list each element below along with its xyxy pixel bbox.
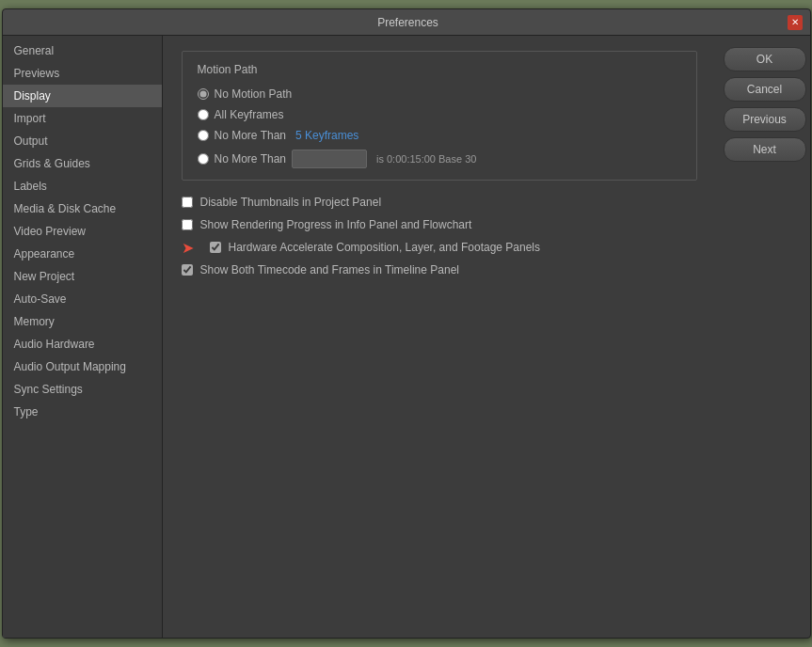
content-area: GeneralPreviewsDisplayImportOutputGrids … <box>3 36 810 638</box>
checkbox-row-disable-thumbnails: Disable Thumbnails in Project Panel <box>182 196 697 209</box>
sidebar-item-display[interactable]: Display <box>3 85 162 107</box>
sidebar-item-grids-guides[interactable]: Grids & Guides <box>3 152 162 175</box>
time-is-label: is 0:00:15:00 Base 30 <box>376 153 476 165</box>
sidebar-item-audio-hardware[interactable]: Audio Hardware <box>3 333 162 355</box>
next-button[interactable]: Next <box>724 137 806 162</box>
sidebar-item-previews[interactable]: Previews <box>3 62 162 85</box>
sidebar-item-type[interactable]: Type <box>3 401 162 423</box>
sidebar-item-labels[interactable]: Labels <box>3 175 162 197</box>
radio-no-more-than-time[interactable] <box>198 153 209 165</box>
radio-no-more-than-keyframes[interactable] <box>198 130 209 141</box>
radio-row-no-more-than-time: No More Than 0:00:15:00 is 0:00:15:00 Ba… <box>198 150 681 168</box>
radio-all-keyframes[interactable] <box>198 109 209 120</box>
label-no-more-than-kf: No More Than <box>215 129 286 142</box>
checkbox-show-timecode[interactable] <box>182 264 193 276</box>
title-bar: Preferences ✕ <box>3 9 810 36</box>
previous-button[interactable]: Previous <box>724 107 806 132</box>
label-disable-thumbnails: Disable Thumbnails in Project Panel <box>200 196 382 209</box>
label-show-rendering-progress: Show Rendering Progress in Info Panel an… <box>200 218 472 231</box>
label-show-timecode: Show Both Timecode and Frames in Timelin… <box>200 263 459 276</box>
radio-row-no-motion-path: No Motion Path <box>198 87 681 101</box>
label-all-keyframes: All Keyframes <box>215 108 284 121</box>
checkbox-show-rendering-progress[interactable] <box>182 219 193 230</box>
sidebar-item-media-disk-cache[interactable]: Media & Disk Cache <box>3 197 162 220</box>
label-no-more-than-time: No More Than <box>215 152 286 166</box>
radio-row-no-more-than-keyframes: No More Than 5 Keyframes <box>198 129 681 142</box>
motion-path-section: Motion Path No Motion Path All Keyframes… <box>182 51 697 181</box>
radio-no-motion-path[interactable] <box>198 88 209 100</box>
keyframes-value: 5 Keyframes <box>295 129 358 142</box>
arrow-indicator: ➤ <box>182 239 194 257</box>
checkbox-row-hardware-accelerate: ➤Hardware Accelerate Composition, Layer,… <box>210 241 697 254</box>
sidebar-item-memory[interactable]: Memory <box>3 310 162 333</box>
dialog-title: Preferences <box>29 16 788 29</box>
checkbox-row-show-rendering-progress: Show Rendering Progress in Info Panel an… <box>182 218 697 231</box>
sidebar-item-new-project[interactable]: New Project <box>3 265 162 288</box>
sidebar-item-import[interactable]: Import <box>3 107 162 130</box>
label-hardware-accelerate: Hardware Accelerate Composition, Layer, … <box>229 241 541 254</box>
checkbox-row-show-timecode: Show Both Timecode and Frames in Timelin… <box>182 263 697 276</box>
preferences-dialog: Preferences ✕ GeneralPreviewsDisplayImpo… <box>2 8 811 639</box>
cancel-button[interactable]: Cancel <box>724 77 806 102</box>
section-title: Motion Path <box>198 63 681 76</box>
right-panel: OK Cancel Previous Next <box>716 36 810 638</box>
radio-row-all-keyframes: All Keyframes <box>198 108 681 121</box>
checkbox-hardware-accelerate[interactable] <box>210 242 221 253</box>
sidebar-item-audio-output-mapping[interactable]: Audio Output Mapping <box>3 355 162 378</box>
close-button[interactable]: ✕ <box>788 15 803 30</box>
ok-button[interactable]: OK <box>724 47 806 71</box>
label-no-motion-path: No Motion Path <box>215 87 293 101</box>
sidebar: GeneralPreviewsDisplayImportOutputGrids … <box>3 36 163 638</box>
sidebar-item-video-preview[interactable]: Video Preview <box>3 220 162 243</box>
sidebar-item-auto-save[interactable]: Auto-Save <box>3 288 162 310</box>
time-input[interactable]: 0:00:15:00 <box>292 150 367 168</box>
options-area: Disable Thumbnails in Project PanelShow … <box>182 196 697 276</box>
sidebar-item-output[interactable]: Output <box>3 130 162 152</box>
main-panel: Motion Path No Motion Path All Keyframes… <box>163 36 716 638</box>
sidebar-item-sync-settings[interactable]: Sync Settings <box>3 378 162 401</box>
sidebar-item-appearance[interactable]: Appearance <box>3 243 162 265</box>
checkbox-disable-thumbnails[interactable] <box>182 197 193 208</box>
sidebar-item-general[interactable]: General <box>3 39 162 62</box>
